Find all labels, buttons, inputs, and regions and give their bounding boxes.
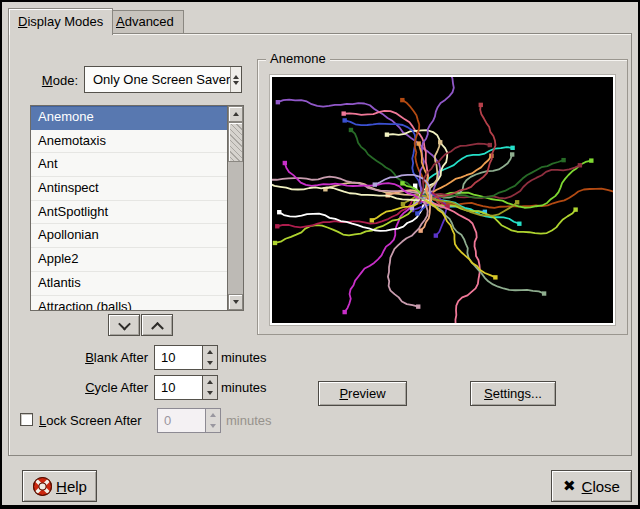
- preview-button[interactable]: Preview: [318, 381, 407, 406]
- scrollbar-thumb[interactable]: [228, 122, 243, 162]
- blank-after-label: Blank After: [28, 350, 148, 365]
- blank-after-spinner[interactable]: 10: [154, 345, 218, 370]
- tab-advanced[interactable]: Advanced: [106, 10, 184, 33]
- spin-down-icon[interactable]: [203, 388, 217, 400]
- saver-list-item[interactable]: Anemone: [31, 106, 227, 130]
- spin-up-icon[interactable]: [203, 346, 217, 358]
- saver-list-item[interactable]: AntSpotlight: [31, 201, 227, 225]
- spinner-arrows[interactable]: [202, 346, 217, 369]
- mode-dropdown-value: Only One Screen Saver: [85, 72, 230, 87]
- lock-after-spinner: 0: [157, 408, 221, 433]
- spinner-arrows: [205, 409, 220, 432]
- saver-list-item[interactable]: Apollonian: [31, 224, 227, 248]
- close-x-icon: ✖: [563, 477, 576, 495]
- list-scrollbar[interactable]: [227, 105, 244, 311]
- tab-advanced-label: Advanced: [116, 11, 174, 33]
- list-next-button[interactable]: [108, 314, 140, 336]
- spin-up-icon: [206, 409, 220, 421]
- scroll-down-icon[interactable]: [228, 294, 243, 310]
- saver-list-item[interactable]: Apple2: [31, 248, 227, 272]
- preview-shell: [269, 74, 616, 326]
- screensaver-list-body[interactable]: Anemone Anemotaxis Ant Antinspect AntSpo…: [30, 105, 227, 311]
- help-lifebuoy-icon: [32, 476, 53, 497]
- tab-display-modes-label: Display Modes: [18, 9, 103, 34]
- cycle-after-spinner[interactable]: 10: [154, 375, 218, 400]
- chevron-down-icon: [118, 317, 131, 330]
- lock-screen-label: Lock Screen After: [39, 413, 142, 428]
- settings-button[interactable]: Settings...: [470, 381, 556, 406]
- screensaver-preview[interactable]: [272, 77, 613, 323]
- cycle-after-label: Cycle After: [28, 380, 148, 395]
- saver-list-item[interactable]: Atlantis: [31, 272, 227, 296]
- scroll-up-icon[interactable]: [228, 106, 243, 122]
- close-button[interactable]: ✖ Close: [551, 470, 632, 502]
- cycle-after-value[interactable]: 10: [155, 376, 202, 399]
- spinner-arrows[interactable]: [202, 376, 217, 399]
- saver-list-item[interactable]: Antinspect: [31, 177, 227, 201]
- saver-list-item[interactable]: Attraction (balls): [31, 296, 227, 312]
- saver-list-item[interactable]: Ant: [31, 153, 227, 177]
- lock-after-value: 0: [158, 409, 205, 432]
- blank-after-value[interactable]: 10: [155, 346, 202, 369]
- screensaver-list: Anemone Anemotaxis Ant Antinspect AntSpo…: [30, 105, 244, 311]
- dropdown-arrow-icon[interactable]: [230, 67, 241, 92]
- chevron-up-icon: [151, 321, 164, 334]
- lock-screen-checkbox[interactable]: [20, 413, 33, 426]
- anemone-preview-image: [272, 77, 613, 323]
- spin-down-icon[interactable]: [203, 358, 217, 370]
- spin-up-icon[interactable]: [203, 376, 217, 388]
- mode-label: Mode:: [28, 73, 78, 88]
- list-prev-button[interactable]: [141, 314, 173, 336]
- spin-down-icon: [206, 421, 220, 433]
- help-button[interactable]: Help: [22, 470, 97, 502]
- lock-after-unit: minutes: [226, 413, 272, 428]
- tab-display-modes[interactable]: Display Modes: [8, 8, 113, 35]
- cycle-after-unit: minutes: [221, 380, 267, 395]
- saver-list-item[interactable]: Anemotaxis: [31, 130, 227, 154]
- mode-dropdown[interactable]: Only One Screen Saver: [84, 66, 242, 93]
- blank-after-unit: minutes: [221, 350, 267, 365]
- preview-frame-title: Anemone: [266, 51, 330, 66]
